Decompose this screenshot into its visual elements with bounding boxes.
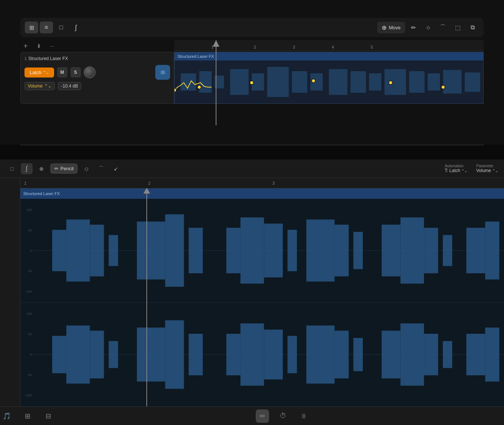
footer-pencil-btn[interactable]: ✏	[256, 409, 269, 423]
bottom-rect-btn[interactable]: □	[6, 163, 18, 174]
ruler-mark-2: 2	[254, 40, 256, 51]
volume-knob[interactable]	[84, 66, 96, 78]
parameter-meta-value: Volume ⌃⌄	[476, 168, 498, 173]
svg-rect-13	[409, 71, 425, 93]
automation-mode-value: T: Latch ⌃⌄	[445, 168, 467, 173]
track-lane-header-top: Structured Laser FX	[175, 52, 483, 60]
track-header-row: + ⬇ ···	[20, 40, 57, 52]
mute-btn[interactable]: M	[57, 67, 67, 78]
svg-rect-43	[90, 331, 104, 379]
track-lane-top: Structured Laser FX	[174, 52, 484, 104]
pencil-active-btn[interactable]: ✏ Pencil	[50, 164, 77, 174]
track-num-col	[0, 178, 20, 406]
move-tool-btn[interactable]: ⊕ Move	[377, 22, 405, 33]
bottom-ruler-mark-2: 2	[148, 181, 150, 185]
latch-label: Latch	[30, 70, 42, 75]
add-track-btn[interactable]: +	[20, 41, 31, 51]
track-import-btn[interactable]: ⬇	[34, 41, 44, 51]
ruler-mark-1: 1	[211, 40, 213, 51]
scale-n100-ch2: -100	[20, 393, 32, 397]
bottom-eraser-btn[interactable]: ◇	[80, 163, 92, 174]
bottom-curve-btn[interactable]: ∫	[21, 163, 33, 174]
rect-view-btn[interactable]: □	[54, 22, 68, 33]
solo-btn[interactable]: S	[70, 67, 81, 78]
svg-rect-37	[466, 228, 485, 273]
bottom-move-btn[interactable]: ⊕	[36, 163, 47, 174]
svg-rect-46	[165, 320, 184, 389]
svg-rect-42	[66, 326, 90, 384]
scale-0-ch1: 0	[20, 249, 32, 253]
footer-music-btn[interactable]: 🎵	[0, 409, 13, 423]
top-section: ⊞ ≡ □ ∫ ⊕ Move ✏ ◇ ⌒ ⬚ ⧉ + ⬇ ··· 1 2 3 4…	[0, 0, 504, 145]
footer-mixer-btn[interactable]: ⫼	[297, 409, 311, 423]
svg-rect-15	[443, 70, 462, 94]
scale-100-ch2: 100	[20, 312, 32, 316]
svg-rect-1	[181, 73, 196, 90]
svg-rect-47	[189, 334, 203, 375]
bottom-node-btn[interactable]: ↙	[110, 163, 122, 174]
waveform-channel-1: 100 50 0 -50 -100	[20, 199, 504, 303]
volume-param-label: Volume	[28, 83, 43, 89]
clip-name-bottom: Structured Laser FX	[23, 191, 60, 196]
curve-view-btn[interactable]: ∫	[69, 22, 83, 33]
waveform-channel-2: 100 50 0 -50 -100	[20, 303, 504, 406]
bottom-toolbar: □ ∫ ⊕ ✏ Pencil ◇ ⌒ ↙ Automation T: Latch…	[0, 159, 504, 178]
footer-list-btn[interactable]: ⊟	[42, 409, 55, 423]
footer-clock-btn[interactable]: ⏱	[276, 409, 290, 423]
auto-node-3	[250, 81, 253, 85]
waveform-svg-ch1	[33, 199, 504, 302]
auto-node-6	[441, 85, 445, 89]
svg-rect-28	[264, 224, 283, 277]
svg-rect-56	[401, 323, 424, 386]
track-param-row: Volume ⌃⌄ -10.4 dB	[24, 82, 170, 90]
auto-node-2	[198, 85, 201, 89]
auto-mode-chevron-icon: ⌃⌄	[461, 169, 467, 173]
list-view-btn[interactable]: ≡	[40, 22, 53, 33]
ruler-mark-5: 5	[371, 40, 373, 51]
parameter-meta-label: Parameter	[476, 164, 498, 168]
waveform-svg-ch2	[33, 303, 504, 406]
auto-node-1	[175, 88, 176, 92]
view-mode-group: ⊞ ≡ □ ∫	[25, 22, 83, 33]
scale-100-ch1: 100	[20, 208, 32, 212]
parameter-meta: Parameter Volume ⌃⌄	[476, 164, 498, 173]
svg-rect-23	[137, 221, 165, 279]
eraser-tool-btn[interactable]: ◇	[421, 22, 435, 33]
curve-tool-btn[interactable]: ⌒	[436, 22, 450, 33]
svg-rect-2	[199, 71, 212, 93]
scale-n50-ch2: -50	[20, 373, 32, 377]
scale-50-ch1: 50	[20, 228, 32, 232]
footer-grid-btn[interactable]: ⊞	[21, 409, 34, 423]
edit-tools-group: ⊕ Move ✏ ◇ ⌒ ⬚ ⧉	[377, 22, 479, 33]
select-tool-btn[interactable]: ⬚	[451, 22, 464, 33]
waveform-mini-btn[interactable]: ≋	[155, 65, 170, 80]
bottom-curve-tool-btn[interactable]: ⌒	[95, 163, 107, 174]
footer-bar: 🎵 ⊞ ⊟ ✏ ⏱ ⫼	[0, 406, 504, 425]
svg-rect-11	[369, 73, 381, 90]
latch-btn[interactable]: Latch ⌃⌄	[24, 67, 54, 78]
pencil-tool-btn[interactable]: ✏	[407, 22, 420, 33]
svg-rect-30	[306, 220, 335, 281]
svg-rect-41	[52, 336, 66, 373]
timeline-ruler-top: 1 2 3 4 5	[174, 40, 484, 51]
bottom-ruler-mark-3: 3	[272, 181, 275, 185]
volume-param-select[interactable]: Volume ⌃⌄	[24, 82, 55, 90]
svg-rect-48	[226, 334, 241, 375]
svg-rect-50	[264, 330, 283, 379]
volume-param-chevron-icon: ⌃⌄	[44, 83, 52, 89]
section-divider	[20, 145, 484, 145]
playhead-top	[216, 40, 216, 125]
svg-rect-33	[382, 225, 401, 277]
svg-rect-59	[466, 334, 485, 375]
move-label: Move	[389, 25, 401, 30]
svg-rect-58	[443, 341, 452, 368]
svg-rect-57	[424, 334, 438, 375]
track-number: 1	[24, 56, 27, 61]
grid-view-btn[interactable]: ⊞	[25, 22, 38, 33]
svg-rect-20	[66, 220, 90, 281]
top-toolbar: ⊞ ≡ □ ∫ ⊕ Move ✏ ◇ ⌒ ⬚ ⧉	[20, 18, 484, 37]
copy-tool-btn[interactable]: ⧉	[466, 22, 479, 33]
ruler-mark-4: 4	[332, 40, 334, 51]
track-strip: 1 Structured Laser FX Latch ⌃⌄ M S ≋ Vol…	[20, 52, 484, 104]
track-more-btn[interactable]: ···	[47, 41, 57, 51]
